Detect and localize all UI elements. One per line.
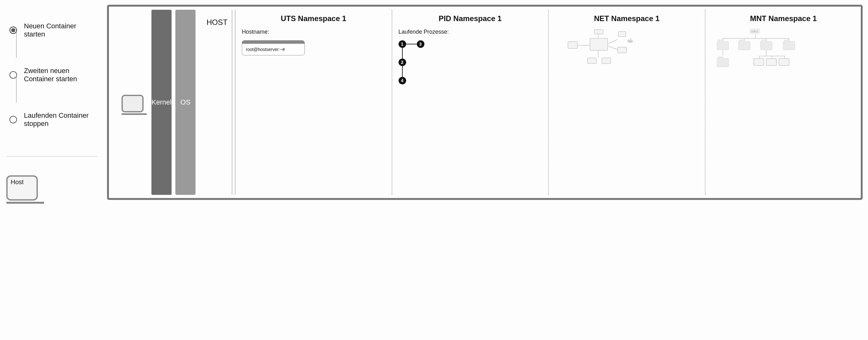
radio-icon bbox=[9, 71, 17, 79]
column-separator bbox=[548, 10, 549, 195]
os-label: OS bbox=[180, 98, 190, 106]
host-legend-label: Host bbox=[11, 179, 24, 186]
step-label: Zweiten neuen Container starten bbox=[24, 67, 98, 83]
uts-namespace-column: UTS Namespace 1 Hostname: root@hostserve… bbox=[239, 10, 389, 195]
process-tree: 1 3 2 4 bbox=[399, 40, 542, 103]
step-start-container[interactable]: Neuen Container starten bbox=[9, 22, 98, 38]
mnt-namespace-column: MNT Namespace 1 sda1 bbox=[709, 10, 859, 195]
uts-subtitle: Hostname: bbox=[242, 29, 385, 35]
monitor-icon: Host bbox=[6, 175, 38, 200]
column-separator bbox=[392, 10, 392, 195]
step-stop-container[interactable]: Laufenden Container stoppen bbox=[9, 112, 98, 128]
terminal-titlebar-icon bbox=[242, 41, 305, 44]
step-label: Neuen Container starten bbox=[24, 22, 98, 38]
radio-icon bbox=[9, 26, 17, 34]
namespace-diagram: Kernel OS HOST UTS Namespace 1 Hostname:… bbox=[107, 5, 863, 200]
mnt-root-label: sda1 bbox=[750, 29, 760, 34]
pid-subtitle: Laufende Prozesse: bbox=[399, 29, 542, 35]
sidebar: Neuen Container starten Zweiten neuen Co… bbox=[0, 0, 104, 340]
step-list: Neuen Container starten Zweiten neuen Co… bbox=[6, 22, 98, 128]
column-separator bbox=[232, 10, 236, 195]
radio-icon bbox=[9, 116, 17, 123]
net-title: NET Namespace 1 bbox=[555, 14, 699, 23]
terminal-box: root@hostserver:~# bbox=[242, 40, 305, 55]
step-label: Laufenden Container stoppen bbox=[24, 112, 98, 128]
host-column: Kernel OS HOST bbox=[122, 10, 228, 195]
tree-line bbox=[406, 44, 417, 44]
tree-line bbox=[402, 48, 403, 59]
terminal-prompt: root@hostserver:~# bbox=[242, 44, 305, 55]
host-legend: Host bbox=[6, 175, 44, 204]
pid-title: PID Namespace 1 bbox=[399, 14, 542, 23]
network-diagram-icon bbox=[568, 29, 699, 69]
process-node: 1 bbox=[399, 40, 406, 48]
connector-line bbox=[16, 30, 17, 58]
pid-namespace-column: PID Namespace 1 Laufende Prozesse: 1 3 2… bbox=[396, 10, 545, 195]
sidebar-divider bbox=[6, 156, 98, 156]
filesystem-tree-icon: sda1 bbox=[718, 29, 856, 69]
kernel-bar: Kernel bbox=[151, 10, 172, 195]
uts-title: UTS Namespace 1 bbox=[242, 14, 385, 23]
host-title: HOST bbox=[207, 18, 228, 27]
process-node: 4 bbox=[399, 77, 406, 84]
net-namespace-column: NET Namespace 1 bbox=[552, 10, 702, 195]
mnt-title: MNT Namespace 1 bbox=[712, 14, 856, 23]
process-node: 2 bbox=[399, 59, 406, 66]
os-bar: OS bbox=[175, 10, 195, 195]
process-node: 3 bbox=[417, 40, 425, 48]
monitor-base-icon bbox=[6, 202, 44, 204]
tree-line bbox=[402, 66, 403, 77]
column-separator bbox=[705, 10, 706, 195]
kernel-label: Kernel bbox=[151, 98, 172, 106]
docker-whale-icon bbox=[626, 36, 635, 43]
host-monitor-icon bbox=[122, 95, 147, 115]
step-start-second-container[interactable]: Zweiten neuen Container starten bbox=[9, 67, 98, 83]
connector-line bbox=[16, 74, 17, 103]
